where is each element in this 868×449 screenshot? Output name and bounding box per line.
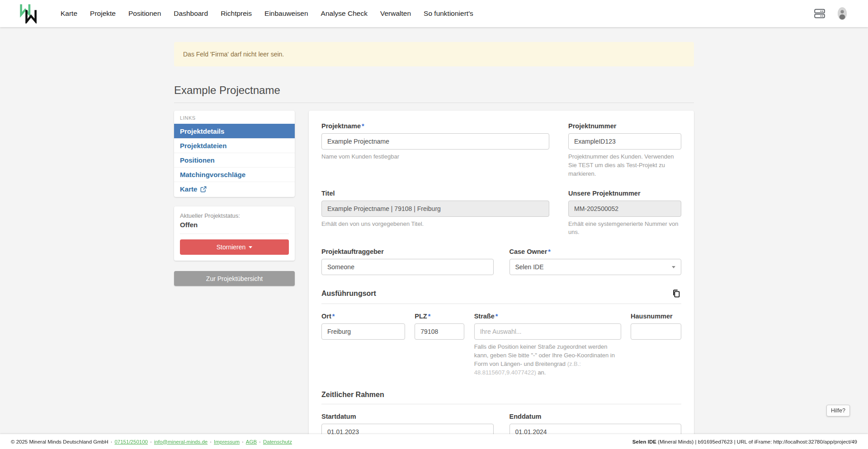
footer-link-datenschutz[interactable]: Datenschutz bbox=[263, 439, 292, 444]
strasse-input[interactable] bbox=[474, 323, 621, 340]
footer-session-details: (Mineral Minds) | b91695ed7623 | URL of … bbox=[656, 439, 857, 444]
section-divider bbox=[321, 404, 681, 404]
navbar-right-actions bbox=[813, 7, 849, 20]
label-text: Ort bbox=[321, 313, 331, 320]
projektname-label: Projektname* bbox=[321, 122, 549, 130]
footer-link-agb[interactable]: AGB bbox=[246, 439, 257, 444]
field-projektnummer: Projektnummer Projektnummer des Kunden. … bbox=[568, 122, 681, 178]
footer-separator bbox=[111, 439, 113, 444]
ort-input[interactable] bbox=[321, 323, 405, 340]
startdatum-label: Startdatum bbox=[321, 413, 494, 420]
field-hausnummer: Hausnummer bbox=[631, 313, 681, 377]
field-titel: Titel Erhält den von uns vorgegebenen Ti… bbox=[321, 190, 549, 237]
unsere-projektnummer-help: Erhält eine systemgenerierte Nummer von … bbox=[568, 220, 681, 237]
project-status-value: Offen bbox=[180, 221, 289, 229]
copy-icon bbox=[671, 289, 681, 299]
projektnummer-help: Projektnummer des Kunden. Verwenden Sie … bbox=[568, 153, 681, 178]
unsere-projektnummer-label: Unsere Projektnummer bbox=[568, 190, 681, 197]
field-strasse: Straße* Falls die Position keiner Straße… bbox=[474, 313, 621, 377]
titel-label: Titel bbox=[321, 190, 549, 197]
case-owner-label: Case Owner* bbox=[509, 248, 682, 255]
strasse-help-suffix: an. bbox=[536, 369, 546, 376]
strasse-help: Falls die Position keiner Straße zugeord… bbox=[474, 343, 621, 377]
nav-item-verwalten[interactable]: Verwalten bbox=[380, 9, 411, 18]
zeitlicher-rahmen-section-title: Zeitlicher Rahmen bbox=[321, 391, 384, 399]
sidebar-item-label: Matchingvorschläge bbox=[180, 171, 245, 178]
field-ort: Ort* bbox=[321, 313, 405, 377]
copy-address-button[interactable] bbox=[671, 289, 681, 299]
nav-item-dashboard[interactable]: Dashboard bbox=[174, 9, 208, 18]
strasse-label: Straße* bbox=[474, 313, 621, 320]
chevron-down-icon bbox=[249, 246, 252, 248]
sidebar-item-projektdateien[interactable]: Projektdateien bbox=[174, 138, 295, 153]
footer-link-phone[interactable]: 07151/250100 bbox=[114, 439, 148, 444]
unsere-projektnummer-input bbox=[568, 201, 681, 217]
mineral-minds-logo[interactable] bbox=[19, 4, 39, 23]
required-asterisk: * bbox=[362, 122, 364, 130]
section-divider bbox=[321, 304, 681, 304]
zur-projektuebersicht-label: Zur Projektübersicht bbox=[206, 275, 263, 282]
project-status-label: Aktueller Projektstatus: bbox=[180, 212, 289, 219]
nav-item-einbauweisen[interactable]: Einbauweisen bbox=[264, 9, 308, 18]
footer-copyright: © 2025 Mineral Minds Deutschland GmbH bbox=[11, 439, 108, 444]
nav-item-richtpreis[interactable]: Richtpreis bbox=[221, 9, 252, 18]
projektname-help: Name vom Kunden festlegbar bbox=[321, 153, 549, 161]
footer-separator bbox=[242, 439, 244, 444]
nav-item-so-funktionierts[interactable]: So funktioniert's bbox=[424, 9, 473, 18]
project-details-form: Projektname* Name vom Kunden festlegbar … bbox=[309, 111, 694, 449]
plz-label: PLZ* bbox=[415, 313, 464, 320]
sidebar-item-positionen[interactable]: Positionen bbox=[174, 153, 295, 167]
links-card-header: LINKS bbox=[174, 111, 295, 124]
projektnummer-label: Projektnummer bbox=[568, 122, 681, 130]
titel-input bbox=[321, 201, 549, 217]
plz-input[interactable] bbox=[415, 323, 464, 340]
sidebar-item-label: Projektdateien bbox=[180, 142, 226, 150]
nav-item-positionen[interactable]: Positionen bbox=[128, 9, 161, 18]
case-owner-select[interactable]: Selen IDE bbox=[509, 259, 682, 275]
main-nav-menu: Karte Projekte Positionen Dashboard Rich… bbox=[61, 9, 473, 18]
field-case-owner: Case Owner* Selen IDE bbox=[509, 248, 682, 275]
sidebar-item-karte[interactable]: Karte bbox=[174, 182, 295, 196]
required-asterisk: * bbox=[548, 248, 551, 255]
sidebar-item-matchingvorschlaege[interactable]: Matchingvorschläge bbox=[174, 167, 295, 182]
user-avatar-icon[interactable] bbox=[835, 7, 849, 20]
strasse-help-main: Falls die Position keiner Straße zugeord… bbox=[474, 343, 615, 367]
projektauftraggeber-input[interactable] bbox=[321, 259, 494, 275]
page-content: Das Feld 'Firma' darf nicht leer sein. E… bbox=[174, 42, 694, 449]
field-projektauftraggeber: Projektauftraggeber bbox=[321, 248, 494, 275]
sidebar-item-projektdetails[interactable]: Projektdetails bbox=[174, 124, 295, 138]
top-navbar: Karte Projekte Positionen Dashboard Rich… bbox=[0, 0, 868, 27]
required-asterisk: * bbox=[332, 313, 335, 320]
validation-alert: Das Feld 'Firma' darf nicht leer sein. bbox=[174, 42, 694, 66]
footer-link-email[interactable]: info@mineral-minds.de bbox=[154, 439, 208, 444]
footer-left: © 2025 Mineral Minds Deutschland GmbH 07… bbox=[11, 439, 292, 444]
required-asterisk: * bbox=[495, 313, 498, 320]
footer-separator bbox=[150, 439, 152, 444]
label-text: Projektname bbox=[321, 122, 361, 130]
enddatum-label: Enddatum bbox=[509, 413, 682, 420]
stornieren-button[interactable]: Stornieren bbox=[180, 239, 289, 255]
sidebar-item-label: Karte bbox=[180, 185, 197, 193]
chevron-down-icon bbox=[672, 266, 675, 268]
left-sidebar: LINKS Projektdetails Projektdateien Posi… bbox=[174, 111, 295, 286]
nav-item-projekte[interactable]: Projekte bbox=[90, 9, 116, 18]
case-owner-selected-value: Selen IDE bbox=[515, 263, 544, 271]
nav-item-karte[interactable]: Karte bbox=[61, 9, 77, 18]
nav-item-analyse-check[interactable]: Analyse Check bbox=[321, 9, 368, 18]
footer-separator bbox=[210, 439, 212, 444]
projektnummer-input[interactable] bbox=[568, 133, 681, 150]
hausnummer-input[interactable] bbox=[631, 323, 681, 340]
projektauftraggeber-label: Projektauftraggeber bbox=[321, 248, 494, 255]
titel-help: Erhält den von uns vorgegebenen Titel. bbox=[321, 220, 549, 229]
external-link-icon bbox=[200, 186, 207, 192]
projektname-input[interactable] bbox=[321, 133, 549, 150]
zur-projektuebersicht-button[interactable]: Zur Projektübersicht bbox=[174, 271, 295, 286]
field-projektname: Projektname* Name vom Kunden festlegbar bbox=[321, 122, 549, 178]
label-text: PLZ bbox=[415, 313, 427, 320]
links-card: LINKS Projektdetails Projektdateien Posi… bbox=[174, 111, 295, 197]
server-stack-icon[interactable] bbox=[813, 7, 826, 20]
help-button[interactable]: Hilfe? bbox=[826, 405, 850, 416]
label-text: Case Owner bbox=[509, 248, 547, 255]
footer-link-impressum[interactable]: Impressum bbox=[214, 439, 240, 444]
footer-user-name: Selen IDE bbox=[632, 439, 656, 444]
